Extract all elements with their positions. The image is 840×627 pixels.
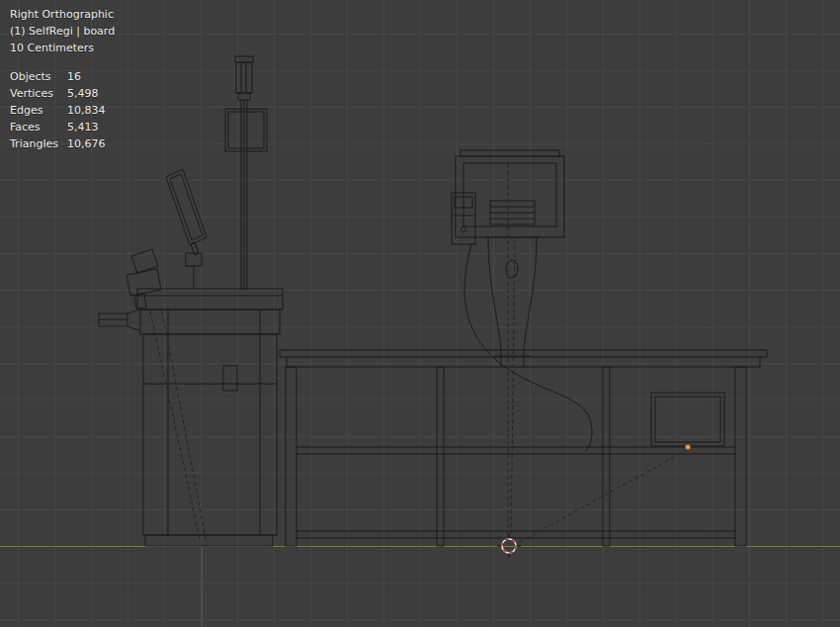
blender-viewport[interactable]: Right Orthographic (1) SelfRegi | board … [0, 0, 840, 627]
object-origin-point[interactable] [686, 445, 691, 450]
viewport-canvas[interactable] [0, 0, 840, 627]
